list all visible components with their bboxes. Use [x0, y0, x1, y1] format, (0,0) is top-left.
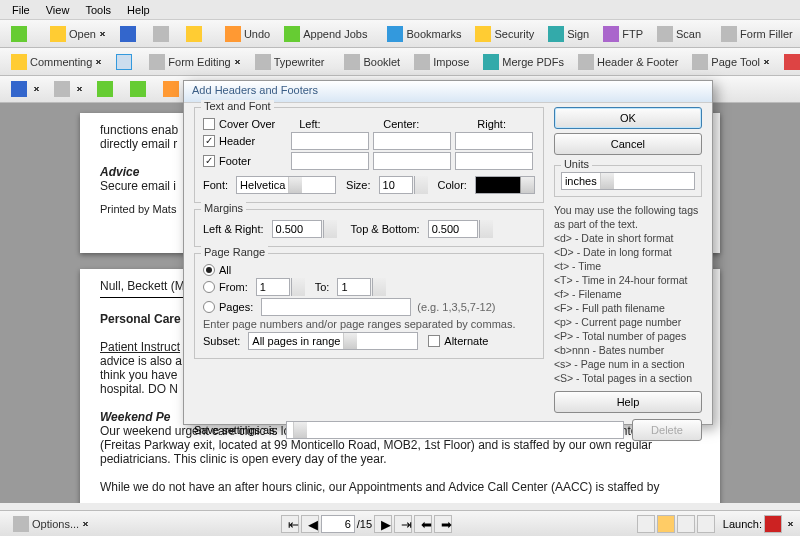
menu-tools[interactable]: Tools — [77, 2, 119, 18]
subset-combo[interactable]: All pages in range — [248, 332, 418, 350]
color-label: Color: — [438, 179, 467, 191]
range-all-radio[interactable] — [203, 264, 215, 276]
footer-left-input[interactable] — [291, 152, 369, 170]
back-button[interactable] — [5, 23, 36, 45]
prev-page-button[interactable]: ◀ — [301, 515, 319, 533]
header-center-input[interactable] — [373, 132, 451, 150]
form-editing-button[interactable]: Form Editing — [143, 51, 246, 73]
body-text: advice is also a — [100, 354, 182, 368]
form-icon — [721, 26, 737, 42]
top-bottom-margin-spinner[interactable]: 0.500 — [428, 220, 478, 238]
nav-back-button[interactable]: ⬅ — [414, 515, 432, 533]
next-page-button[interactable]: ▶ — [374, 515, 392, 533]
group-title: Text and Font — [201, 100, 274, 112]
typewriter-button[interactable]: Typewriter — [249, 51, 331, 73]
print-button[interactable] — [147, 23, 178, 45]
footer-right-input[interactable] — [455, 152, 533, 170]
ftp-button[interactable]: FTP — [597, 23, 649, 45]
booklet-icon — [344, 54, 360, 70]
security-button[interactable]: Security — [469, 23, 540, 45]
margins-group: Margins Left & Right: 0.500 Top & Bottom… — [194, 209, 544, 247]
font-combo[interactable]: Helvetica — [236, 176, 336, 194]
center-label: Center: — [383, 118, 473, 130]
sign-button[interactable]: Sign — [542, 23, 595, 45]
chevron-down-icon — [520, 177, 534, 193]
header-left-input[interactable] — [291, 132, 369, 150]
pages-desc: Enter page numbers and/or page ranges se… — [203, 318, 535, 330]
range-from-radio[interactable] — [203, 281, 215, 293]
menu-view[interactable]: View — [38, 2, 78, 18]
ok-button[interactable]: OK — [554, 107, 702, 129]
impose-button[interactable]: Impose — [408, 51, 475, 73]
stamp-icon — [784, 54, 800, 70]
header-right-input[interactable] — [455, 132, 533, 150]
save-button[interactable] — [114, 23, 145, 45]
heading-advice: Advice — [100, 165, 139, 179]
save-button-2[interactable] — [5, 78, 46, 100]
highlight-button[interactable] — [110, 51, 141, 73]
pages-label: Pages: — [219, 301, 253, 313]
bookmarks-button[interactable]: Bookmarks — [381, 23, 467, 45]
commenting-button[interactable]: Commenting — [5, 51, 108, 73]
add-headers-footers-dialog: Add Headers and Footers Text and Font Co… — [183, 80, 713, 425]
view-single-button[interactable] — [637, 515, 655, 533]
range-pages-radio[interactable] — [203, 301, 215, 313]
from-page-spinner[interactable]: 1 — [256, 278, 290, 296]
launch-adobe-button[interactable] — [764, 515, 782, 533]
export-button[interactable] — [91, 78, 122, 100]
email-button[interactable] — [180, 23, 211, 45]
menu-help[interactable]: Help — [119, 2, 158, 18]
spinner-buttons-icon[interactable] — [479, 220, 493, 238]
highlight-icon — [116, 54, 132, 70]
nav-forward-button[interactable]: ➡ — [434, 515, 452, 533]
page-tool-button[interactable]: Page Tool — [686, 51, 776, 73]
merge-pdfs-button[interactable]: Merge PDFs — [477, 51, 570, 73]
view-continuous-button[interactable] — [657, 515, 675, 533]
footer-label: Footer — [219, 155, 287, 167]
first-page-button[interactable]: ⇤ — [281, 515, 299, 533]
patient-name: Null, Beckett (MF — [100, 279, 192, 293]
save-settings-combo[interactable] — [286, 421, 624, 439]
scan-button[interactable]: Scan — [651, 23, 707, 45]
left-right-margin-spinner[interactable]: 0.500 — [272, 220, 322, 238]
footer-checkbox[interactable] — [203, 155, 215, 167]
chevron-down-icon — [99, 32, 106, 36]
spinner-buttons-icon[interactable] — [291, 278, 305, 296]
append-jobs-button[interactable]: Append Jobs — [278, 23, 373, 45]
font-color-picker[interactable] — [475, 176, 535, 194]
delete-button[interactable]: Delete — [632, 419, 702, 441]
last-page-button[interactable]: ⇥ — [394, 515, 412, 533]
right-label: Right: — [477, 118, 506, 130]
toolbar-2: Commenting Form Editing Typewriter Bookl… — [0, 48, 800, 76]
export-2-button[interactable] — [124, 78, 155, 100]
booklet-button[interactable]: Booklet — [338, 51, 406, 73]
help-button[interactable]: Help — [554, 391, 702, 413]
impose-icon — [414, 54, 430, 70]
view-facing-button[interactable] — [677, 515, 695, 533]
font-size-spinner[interactable]: 10 — [379, 176, 413, 194]
cancel-button[interactable]: Cancel — [554, 133, 702, 155]
print-button-2[interactable] — [48, 78, 89, 100]
open-button[interactable]: Open — [44, 23, 112, 45]
header-checkbox[interactable] — [203, 135, 215, 147]
current-page-input[interactable] — [321, 515, 355, 533]
spinner-buttons-icon[interactable] — [414, 176, 428, 194]
cover-over-checkbox[interactable] — [203, 118, 215, 130]
stamps-button[interactable]: Stamps — [778, 51, 800, 73]
spinner-buttons-icon[interactable] — [372, 278, 386, 296]
spinner-buttons-icon[interactable] — [323, 220, 337, 238]
units-combo[interactable]: inches — [561, 172, 695, 190]
alternate-checkbox[interactable] — [428, 335, 440, 347]
options-button[interactable]: Options... — [7, 513, 95, 535]
footer-center-input[interactable] — [373, 152, 451, 170]
header-footer-button[interactable]: Header & Footer — [572, 51, 684, 73]
menu-bar: File View Tools Help — [0, 0, 800, 20]
body-text: pediatricians. This clinic is open every… — [100, 452, 387, 466]
undo-button[interactable]: Undo — [219, 23, 276, 45]
pages-input[interactable] — [261, 298, 411, 316]
subset-label: Subset: — [203, 335, 240, 347]
form-filler-button[interactable]: Form Filler — [715, 23, 799, 45]
menu-file[interactable]: File — [4, 2, 38, 18]
to-page-spinner[interactable]: 1 — [337, 278, 371, 296]
view-facing-continuous-button[interactable] — [697, 515, 715, 533]
